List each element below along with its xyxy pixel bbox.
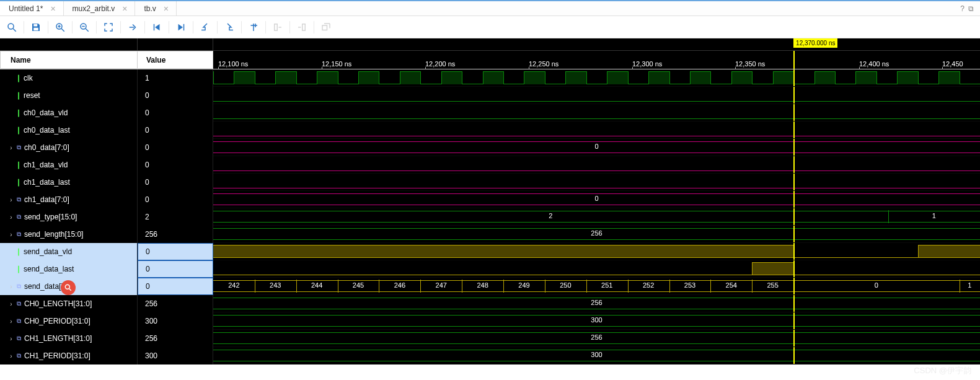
signal-row-send_data_last[interactable]: ┃send_data_last0 bbox=[0, 260, 980, 278]
waveform[interactable] bbox=[213, 104, 980, 122]
signal-value[interactable]: 0 bbox=[138, 139, 213, 156]
signal-value[interactable]: 1 bbox=[138, 69, 213, 87]
name-header[interactable]: Name bbox=[0, 51, 138, 69]
signal-name[interactable]: ›⧉send_length[15:0] bbox=[0, 226, 138, 243]
signal-name[interactable]: ›⧉send_type[15:0] bbox=[0, 208, 138, 226]
signal-value[interactable]: 2 bbox=[138, 208, 213, 226]
signal-name[interactable]: ›⧉CH0_PERIOD[31:0] bbox=[0, 312, 138, 330]
search-icon[interactable] bbox=[5, 20, 19, 34]
signal-row-CH1_LENGTH310[interactable]: ›⧉CH1_LENGTH[31:0]256256 bbox=[0, 330, 980, 347]
signal-row-send_data70[interactable]: ›⧉send_data[7:0]024224324424524624724824… bbox=[0, 278, 980, 295]
waveform[interactable] bbox=[213, 122, 980, 139]
waveform[interactable]: 256 bbox=[213, 295, 980, 312]
expander-icon[interactable]: › bbox=[9, 214, 14, 221]
expander-icon[interactable]: › bbox=[9, 301, 14, 307]
signal-name[interactable]: ›⧉CH1_LENGTH[31:0] bbox=[0, 330, 138, 347]
prev-marker-icon[interactable] bbox=[223, 20, 236, 34]
expander-icon[interactable]: › bbox=[9, 144, 14, 151]
signal-row-reset[interactable]: ┃reset0 bbox=[0, 87, 980, 104]
tab-2[interactable]: tb.v× bbox=[135, 1, 177, 15]
signal-row-ch0_data_last[interactable]: ┃ch0_data_last0 bbox=[0, 122, 980, 139]
signal-name[interactable]: ┃ch0_data_vld bbox=[0, 104, 138, 122]
value-header[interactable]: Value bbox=[138, 51, 213, 69]
expander-icon[interactable]: › bbox=[9, 335, 14, 342]
signal-value[interactable]: 0 bbox=[138, 260, 213, 278]
signal-value[interactable]: 256 bbox=[138, 295, 213, 312]
close-icon[interactable]: × bbox=[161, 4, 171, 14]
waveform[interactable] bbox=[213, 69, 980, 87]
signal-name[interactable]: ›⧉CH0_LENGTH[31:0] bbox=[0, 295, 138, 312]
goto-icon[interactable] bbox=[126, 20, 139, 34]
waveform[interactable] bbox=[213, 174, 980, 191]
waveform[interactable]: 0 bbox=[213, 139, 980, 156]
signal-name[interactable]: ›⧉CH1_PERIOD[31:0] bbox=[0, 347, 138, 365]
waveform[interactable]: 21 bbox=[213, 208, 980, 226]
signal-value[interactable]: 0 bbox=[138, 191, 213, 208]
expander-icon[interactable]: › bbox=[9, 197, 14, 203]
tab-0[interactable]: Untitled 1*× bbox=[0, 1, 64, 15]
signal-row-ch1_data_vld[interactable]: ┃ch1_data_vld0 bbox=[0, 156, 980, 174]
zoom-out-icon[interactable] bbox=[77, 20, 91, 34]
waveform[interactable] bbox=[213, 243, 980, 260]
restore-icon[interactable]: ⧉ bbox=[968, 4, 974, 13]
signal-value[interactable]: 0 bbox=[138, 122, 213, 139]
waveform[interactable] bbox=[213, 156, 980, 174]
add-marker-icon[interactable] bbox=[198, 20, 212, 34]
signal-name[interactable]: ›⧉ch1_data[7:0] bbox=[0, 191, 138, 208]
expander-icon[interactable]: › bbox=[9, 231, 14, 238]
signal-row-clk[interactable]: ┃clk1 bbox=[0, 69, 980, 87]
signal-name[interactable]: ┃send_data_vld bbox=[0, 243, 138, 260]
signal-name[interactable]: ┃reset bbox=[0, 87, 138, 104]
signal-value[interactable]: 256 bbox=[138, 226, 213, 243]
signal-name[interactable]: ┃clk bbox=[0, 69, 138, 87]
signal-value[interactable]: 0 bbox=[138, 174, 213, 191]
zoom-in-icon[interactable] bbox=[53, 20, 67, 34]
waveform[interactable]: 2422432442452462472482492502512522532542… bbox=[213, 278, 980, 295]
swap-left-icon[interactable] bbox=[271, 20, 285, 34]
expander-icon[interactable]: › bbox=[9, 353, 14, 360]
signal-row-send_length150[interactable]: ›⧉send_length[15:0]256256 bbox=[0, 226, 980, 243]
expander-icon[interactable]: › bbox=[9, 283, 14, 290]
signal-name[interactable]: ┃send_data_last bbox=[0, 260, 138, 278]
signal-value[interactable]: 256 bbox=[138, 330, 213, 347]
cursor-line[interactable] bbox=[793, 51, 795, 69]
time-ruler[interactable]: 12,100 ns12,150 ns12,200 ns12,250 ns12,3… bbox=[213, 51, 980, 69]
signal-row-ch0_data70[interactable]: ›⧉ch0_data[7:0]00 bbox=[0, 139, 980, 156]
close-icon[interactable]: × bbox=[48, 4, 58, 14]
plus-marker-icon[interactable] bbox=[247, 20, 260, 34]
next-transition-icon[interactable] bbox=[174, 20, 188, 34]
waveform[interactable] bbox=[213, 87, 980, 104]
signal-name[interactable]: ┃ch0_data_last bbox=[0, 122, 138, 139]
signal-row-ch1_data_last[interactable]: ┃ch1_data_last0 bbox=[0, 174, 980, 191]
signal-row-CH1_PERIOD310[interactable]: ›⧉CH1_PERIOD[31:0]300300 bbox=[0, 347, 980, 365]
waveform[interactable]: 300 bbox=[213, 347, 980, 365]
expander-icon[interactable]: › bbox=[9, 318, 14, 325]
signal-name[interactable]: ┃ch1_data_last bbox=[0, 174, 138, 191]
prev-transition-icon[interactable] bbox=[150, 20, 164, 34]
tab-1[interactable]: mux2_arbit.v× bbox=[64, 1, 136, 15]
help-icon[interactable]: ? bbox=[960, 4, 965, 13]
signal-row-ch1_data70[interactable]: ›⧉ch1_data[7:0]00 bbox=[0, 191, 980, 208]
waveform[interactable]: 300 bbox=[213, 312, 980, 330]
swap-right-icon[interactable] bbox=[295, 20, 309, 34]
waveform[interactable] bbox=[213, 260, 980, 278]
signal-value[interactable]: 0 bbox=[138, 156, 213, 174]
signal-value[interactable]: 0 bbox=[138, 278, 213, 295]
signal-value[interactable]: 300 bbox=[138, 312, 213, 330]
signal-value[interactable]: 300 bbox=[138, 347, 213, 365]
save-icon[interactable] bbox=[29, 20, 43, 34]
signal-row-send_data_vld[interactable]: ┃send_data_vld0 bbox=[0, 243, 980, 260]
waveform[interactable]: 256 bbox=[213, 330, 980, 347]
zoom-fit-icon[interactable] bbox=[102, 20, 115, 34]
float-icon[interactable] bbox=[319, 20, 333, 34]
signal-row-CH0_PERIOD310[interactable]: ›⧉CH0_PERIOD[31:0]300300 bbox=[0, 312, 980, 330]
signal-value[interactable]: 0 bbox=[138, 104, 213, 122]
signal-name[interactable]: ›⧉ch0_data[7:0] bbox=[0, 139, 138, 156]
signal-value[interactable]: 0 bbox=[138, 243, 213, 260]
signal-row-send_type150[interactable]: ›⧉send_type[15:0]221 bbox=[0, 208, 980, 226]
signal-value[interactable]: 0 bbox=[138, 87, 213, 104]
signal-name[interactable]: ┃ch1_data_vld bbox=[0, 156, 138, 174]
close-icon[interactable]: × bbox=[120, 4, 130, 14]
waveform[interactable]: 256 bbox=[213, 226, 980, 243]
signal-row-ch0_data_vld[interactable]: ┃ch0_data_vld0 bbox=[0, 104, 980, 122]
